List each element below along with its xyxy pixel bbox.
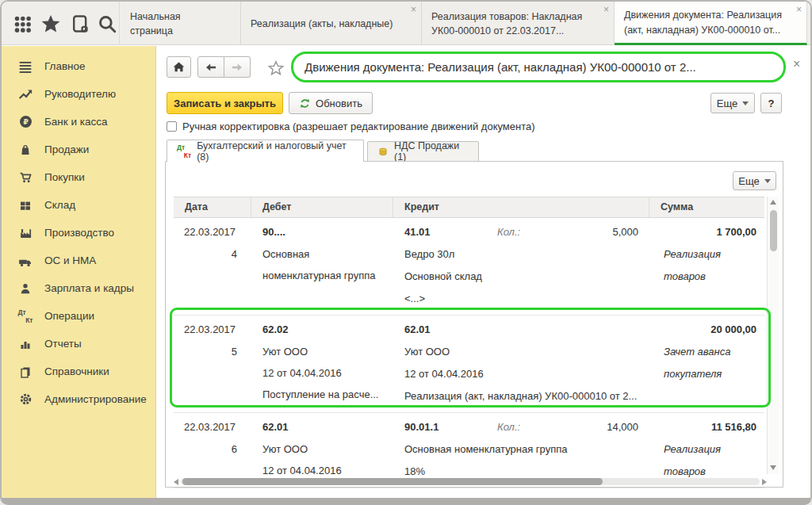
sidebar-item-9[interactable]: ДтКтОперации: [2, 302, 155, 330]
table-row[interactable]: 22.03.2017490....Основная номенклатурная…: [174, 218, 764, 316]
sidebar-item-2[interactable]: ₽Банк и касса: [2, 108, 155, 136]
cell-credit: 62.01Уют ООО12 от 04.04.2016Реализация (…: [393, 319, 649, 407]
sidebar-item-label: Продажи: [44, 143, 89, 155]
window-tab-3[interactable]: Движения документа: Реализация (акт, нак…: [615, 2, 807, 45]
credit-detail: Основной склад: [404, 266, 649, 288]
sidebar-item-label: Справочники: [44, 365, 109, 377]
sum-note: Зачет аванса покупателя: [664, 341, 753, 385]
sidebar-item-label: Операции: [44, 310, 94, 322]
window-tab-0[interactable]: Начальная страница: [121, 2, 241, 45]
forward-button[interactable]: [224, 56, 251, 78]
back-button[interactable]: [197, 56, 224, 78]
tab-close-icon[interactable]: ×: [796, 5, 802, 14]
sidebar-item-8[interactable]: Зарплата и кадры: [2, 274, 155, 302]
manual-adjustment-checkbox[interactable]: [167, 121, 177, 132]
scroll-up-icon[interactable]: [770, 200, 776, 205]
column-header-sum[interactable]: Сумма: [649, 197, 764, 217]
postings-table: Дата Дебет Кредит Сумма 22.03.2017490...…: [174, 197, 764, 488]
manual-adjustment-label: Ручная корректировка (разрешает редактир…: [182, 121, 535, 132]
window-tab-1[interactable]: Реализация (акты, накладные)×: [241, 2, 422, 45]
cell-credit: 41.01Кол.:5,000Ведро 30лОсновной склад<.…: [393, 221, 649, 310]
help-button[interactable]: ?: [760, 93, 782, 113]
column-header-debit[interactable]: Дебет: [251, 197, 393, 217]
sidebar-item-5[interactable]: Склад: [2, 191, 155, 219]
home-button[interactable]: [167, 56, 191, 78]
history-icon[interactable]: [70, 13, 90, 34]
scroll-right-icon[interactable]: [762, 479, 767, 485]
horizontal-scroll-track[interactable]: [181, 478, 760, 485]
cell-sum: 11 516,80Реализация товаров: [649, 416, 764, 483]
sidebar: ГлавноеРуководителю₽Банк и кассаПродажиП…: [2, 46, 156, 498]
factory-icon: [17, 226, 34, 240]
sidebar-item-11[interactable]: Справочники: [2, 358, 155, 385]
dtkt-icon: ДтКт: [177, 144, 191, 159]
sidebar-item-7[interactable]: ОС и НМА: [2, 247, 155, 274]
table-row[interactable]: 22.03.2017562.02Уют ООО12 от 04.04.2016П…: [174, 316, 764, 413]
app-window: Начальная страницаРеализация (акты, накл…: [0, 0, 812, 505]
sidebar-item-0[interactable]: Главное: [2, 52, 155, 80]
sum-value: 20 000,00: [649, 319, 764, 341]
sidebar-item-1[interactable]: Руководителю: [2, 80, 155, 108]
row-date: 22.03.2017: [184, 221, 251, 243]
table-more-button[interactable]: Еще: [733, 171, 776, 190]
manual-adjustment-row: Ручная корректировка (разрешает редактир…: [167, 121, 535, 132]
window-tab-label: Движения документа: Реализация (акт, нак…: [624, 8, 789, 36]
truck-icon: [17, 254, 34, 268]
credit-detail: 12 от 04.04.2016: [404, 363, 649, 385]
vertical-scroll-thumb[interactable]: [770, 210, 777, 251]
scroll-down-icon[interactable]: [770, 465, 776, 470]
dtkt-icon: ДтКт: [17, 309, 34, 323]
search-icon[interactable]: [97, 13, 117, 34]
window-tab-2[interactable]: Реализация товаров: Накладная УК00-00001…: [422, 2, 615, 45]
more-button[interactable]: Еще: [710, 93, 755, 113]
cell-sum: 20 000,00Зачет аванса покупателя: [649, 319, 764, 407]
horizontal-scrollbar[interactable]: [174, 476, 767, 487]
credit-detail: Уют ООО: [404, 341, 649, 363]
credit-detail: <...>: [404, 288, 649, 310]
tab-close-icon[interactable]: ×: [603, 5, 609, 14]
quick-access-toolbar: [2, 2, 120, 45]
tab-accounting[interactable]: ДтКт Бухгалтерский и налоговый учет (8): [167, 140, 364, 162]
close-icon[interactable]: ×: [793, 58, 800, 71]
column-header-date[interactable]: Дата: [174, 197, 251, 217]
sidebar-item-label: Склад: [44, 199, 75, 211]
debit-detail: Поступление на расче...: [262, 384, 383, 405]
sidebar-item-6[interactable]: Производство: [2, 219, 155, 247]
tab-vat-sales[interactable]: НДС Продажи (1): [367, 141, 479, 162]
credit-detail: Ведро 30л: [404, 243, 649, 266]
scroll-left-icon[interactable]: [174, 479, 178, 485]
tab-close-icon[interactable]: ×: [411, 5, 416, 14]
sidebar-item-10[interactable]: Отчеты: [2, 330, 155, 358]
cell-credit: 90.01.1Кол.:14,000Основная номенклатурна…: [393, 416, 649, 483]
window-tabs: Начальная страницаРеализация (акты, накл…: [121, 2, 810, 45]
horizontal-scroll-thumb[interactable]: [182, 478, 603, 485]
vertical-scrollbar[interactable]: [767, 197, 779, 474]
debit-detail: Уют ООО: [262, 341, 383, 362]
refresh-icon: [299, 98, 311, 109]
sidebar-item-12[interactable]: Администрирование: [2, 385, 155, 413]
page-title: Движения документа: Реализация (акт, нак…: [291, 52, 786, 82]
apps-menu-icon[interactable]: [12, 13, 33, 34]
cell-debit: 62.02Уют ООО12 от 04.04.2016Поступление …: [251, 319, 393, 407]
sidebar-item-label: Отчеты: [44, 338, 82, 350]
credit-account: 62.01: [404, 319, 497, 341]
tab-vat-sales-label: НДС Продажи (1): [394, 140, 469, 163]
sum-note: Реализация товаров: [664, 243, 753, 288]
sidebar-item-3[interactable]: Продажи: [2, 136, 155, 163]
main-area: Движения документа: Реализация (акт, нак…: [157, 46, 810, 498]
qty-label: Кол.:: [497, 221, 556, 243]
row-number: 5: [184, 341, 251, 363]
refresh-button[interactable]: Обновить: [289, 92, 373, 114]
favorites-star-icon[interactable]: [40, 13, 61, 34]
sidebar-item-4[interactable]: Покупки: [2, 163, 155, 191]
nav-buttons: [197, 56, 251, 78]
sidebar-item-label: Руководителю: [44, 88, 116, 100]
chevron-down-icon: [742, 101, 749, 105]
save-and-close-button[interactable]: Записать и закрыть: [167, 92, 283, 114]
row-number: 4: [184, 243, 251, 266]
credit-account: 41.01: [404, 221, 497, 243]
gear-icon: [17, 392, 34, 407]
warehouse-icon: [17, 198, 34, 212]
favorite-star-icon[interactable]: [268, 60, 284, 76]
column-header-credit[interactable]: Кредит: [393, 197, 649, 217]
